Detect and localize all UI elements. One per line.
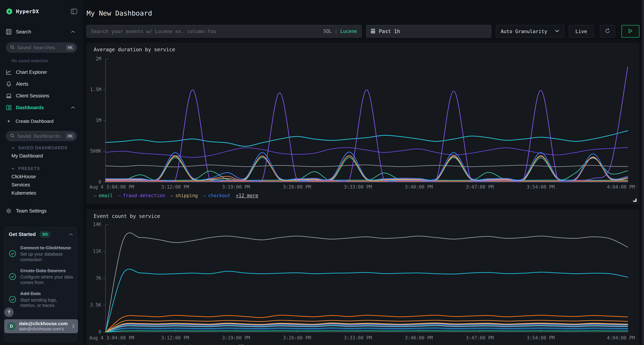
svg-text:3:40:00 PM: 3:40:00 PM [405,184,433,190]
hyperdx-logo-icon[interactable] [6,8,13,15]
live-label: Live [575,28,587,34]
get-started-item-subtitle: Start sending logs, metrics, or traces [20,297,73,308]
play-icon [628,28,633,34]
time-range-value: Past 1h [379,28,400,34]
legend-dash-icon: — [94,344,96,345]
svg-text:3:12:00 PM: 3:12:00 PM [161,184,189,190]
legend-item-fraud-detection[interactable]: —fraud-detection [118,193,165,198]
event-search-input[interactable]: Search your events w/ Lucene ex. column:… [86,25,362,37]
legend-item-email[interactable]: —email [94,344,113,345]
get-started-items: Connect to ClickHouseSet up your databas… [9,245,73,308]
get-started-item-subtitle: Configure where your data comes from [20,274,73,285]
laptop-icon [6,93,12,98]
svg-text:11K: 11K [93,249,101,254]
sidebar: HyperDX Search Saved Searches ⌘K No save… [0,0,82,345]
legend-label: fraud-detection [123,344,165,345]
live-button[interactable]: Live [569,25,594,37]
create-dashboard-button[interactable]: + Create Dashboard [0,117,82,125]
section-header-saved-dashboards[interactable]: SAVED DASHBOARDS [0,145,82,150]
line-chart-event-count: 14K11K7K3.5K0Aug 4 3:04:00 PM3:12:00 PM3… [86,209,639,343]
svg-text:14K: 14K [93,222,101,227]
svg-text:0: 0 [98,329,101,335]
legend-item-shipping[interactable]: —shipping [170,344,198,345]
refresh-icon [604,28,610,35]
sidebar-item-alerts[interactable]: Alerts [0,79,82,89]
sidebar-collapse-icon[interactable] [71,9,77,14]
legend-dash-icon: — [118,344,121,345]
svg-text:2M: 2M [96,56,101,61]
check-circle-icon [9,273,16,280]
get-started-item-2[interactable]: Create Data SourcesConfigure where your … [9,268,73,285]
get-started-item-1[interactable]: Connect to ClickHouseSet up your databas… [9,245,73,262]
svg-text:3:26:00 PM: 3:26:00 PM [283,335,311,341]
user-texts: dale@clickhouse.com dale@clickhouse.com'… [19,321,68,331]
chevron-right-icon [72,324,75,329]
create-dashboard-label: Create Dashboard [16,118,54,124]
legend-label: email [99,193,113,198]
sidebar-item-label: Chart Explorer [16,69,47,75]
section-header-presets[interactable]: PRESETS [0,166,82,171]
chevron-down-icon [11,147,15,149]
panel-resize-handle[interactable] [633,199,637,202]
legend-label: checkout [208,344,230,345]
refresh-button[interactable] [600,25,615,37]
sidebar-item-label: ClickHouse [12,174,36,179]
sidebar-item-services[interactable]: Services [0,181,82,189]
sidebar-item-dashboards[interactable]: Dashboards [0,103,82,113]
sidebar-item-label: Alerts [16,81,28,87]
toggle-separator: | [334,28,338,34]
run-query-button[interactable] [622,25,639,37]
saved-searches-placeholder: Saved Searches [18,45,55,50]
legend-item-email[interactable]: —email [94,193,113,198]
saved-searches-input[interactable]: Saved Searches ⌘K [6,42,77,52]
legend-item-fraud-detection[interactable]: —fraud-detection [118,344,165,345]
sidebar-item-label: My Dashboard [12,153,43,159]
sidebar-item-kubernetes[interactable]: Kubernetes [0,189,82,197]
granularity-select[interactable]: Auto Granularity [496,25,564,37]
legend-more-link[interactable]: +12 more [236,344,258,345]
saved-dashboards-input[interactable]: Saved Dashboards ⌘K [6,131,77,141]
get-started-item-title: Connect to ClickHouse [20,245,73,251]
no-saved-searches-text: No saved searches [12,58,48,63]
get-started-header[interactable]: Get Started 3/3 [9,231,73,238]
app-title: HyperDX [16,8,39,14]
lucene-toggle[interactable]: Lucene [340,28,357,34]
query-language-toggle: SQL | Lucene [323,28,357,34]
svg-text:4:04:00 PM: 4:04:00 PM [607,335,635,341]
svg-text:3:54:00 PM: 3:54:00 PM [527,335,555,341]
sidebar-item-search[interactable]: Search [0,27,82,37]
legend-item-checkout[interactable]: —checkout [203,193,230,198]
sql-toggle[interactable]: SQL [323,28,332,34]
sidebar-item-label: Search [16,29,31,35]
time-range-picker[interactable]: Past 1h [366,25,491,37]
help-button[interactable]: ? [4,308,14,317]
sidebar-item-clickhouse[interactable]: ClickHouse [0,173,82,181]
chart-icon [6,69,12,75]
get-started-title: Get Started [9,232,36,237]
get-started-item-3[interactable]: Add DataStart sending logs, metrics, or … [9,291,73,308]
chevron-up-icon [71,30,75,33]
sidebar-item-my-dashboard[interactable]: My Dashboard [0,152,82,160]
sidebar-item-chart-explorer[interactable]: Chart Explorer [0,67,82,77]
get-started-item-subtitle: Set up your database connection [20,251,73,262]
legend-item-shipping[interactable]: —shipping [170,193,198,198]
svg-text:3:33:00 PM: 3:33:00 PM [344,335,372,341]
sidebar-sections: SAVED DASHBOARDSMy DashboardPRESETSClick… [0,145,82,197]
svg-text:4:04:00 PM: 4:04:00 PM [607,184,635,190]
get-started-item-title: Create Data Sources [20,268,73,274]
legend-dash-icon: — [170,193,173,198]
legend-label: shipping [175,344,198,345]
divider [0,114,82,114]
line-chart-average-duration: 2M1.5M1M500K0Aug 4 3:04:00 PM3:12:00 PM3… [86,43,639,205]
legend-item-checkout[interactable]: —checkout [203,344,230,345]
dashboard-icon [6,105,12,110]
logo-row: HyperDX [6,6,77,16]
sidebar-item-client-sessions[interactable]: Client Sessions [0,91,82,101]
sidebar-item-label: Dashboards [16,105,44,110]
sidebar-item-team-settings[interactable]: Team Settings [0,206,82,216]
page-scrollbar[interactable] [642,0,644,345]
legend-label: email [99,344,113,345]
legend-dash-icon: — [118,193,121,198]
user-menu[interactable]: D dale@clickhouse.com dale@clickhouse.co… [4,319,78,333]
legend-more-link[interactable]: +12 more [236,193,258,198]
